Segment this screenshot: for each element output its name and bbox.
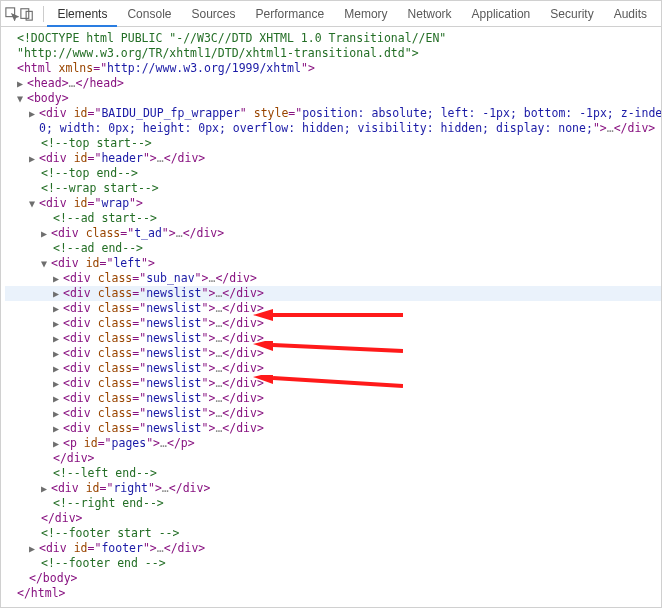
devtools-toolbar: Elements Console Sources Performance Mem…	[1, 1, 661, 27]
html-open[interactable]: <html xmlns="http://www.w3.org/1999/xhtm…	[5, 61, 661, 76]
newslist-div[interactable]: ▶<div class="newslist">…</div>	[5, 301, 661, 316]
head-node[interactable]: ▶<head>…</head>	[5, 76, 661, 91]
expand-icon[interactable]: ▶	[53, 316, 63, 331]
pages-p[interactable]: ▶<p id="pages">…</p>	[5, 436, 661, 451]
expand-icon[interactable]: ▶	[53, 271, 63, 286]
expand-icon[interactable]: ▶	[53, 286, 63, 301]
sub-nav-div[interactable]: ▶<div class="sub_nav">…</div>	[5, 271, 661, 286]
tab-memory[interactable]: Memory	[334, 1, 397, 27]
wrap-div-close[interactable]: </div>	[5, 511, 661, 526]
header-div[interactable]: ▶<div id="header">…</div>	[5, 151, 661, 166]
doctype-line[interactable]: "http://www.w3.org/TR/xhtml1/DTD/xhtml1-…	[5, 46, 661, 61]
svg-rect-1	[21, 8, 29, 18]
expand-icon[interactable]: ▶	[53, 376, 63, 391]
comment-wrap-start[interactable]: <!--wrap start-->	[5, 181, 661, 196]
expand-icon[interactable]: ▶	[53, 436, 63, 451]
expand-icon[interactable]: ▶	[41, 226, 51, 241]
comment-footer-start[interactable]: <!--footer start -->	[5, 526, 661, 541]
tab-performance[interactable]: Performance	[246, 1, 335, 27]
newslist-div[interactable]: ▶<div class="newslist">…</div>	[5, 421, 661, 436]
newslist-div[interactable]: ▶<div class="newslist">…</div>	[5, 346, 661, 361]
newslist-div[interactable]: ▶<div class="newslist">…</div>	[5, 361, 661, 376]
comment-top-end[interactable]: <!--top end-->	[5, 166, 661, 181]
body-open[interactable]: ▼<body>	[5, 91, 661, 106]
separator	[43, 6, 44, 22]
comment-ad-start[interactable]: <!--ad start-->	[5, 211, 661, 226]
collapse-icon[interactable]: ▼	[29, 196, 39, 211]
left-div-close[interactable]: </div>	[5, 451, 661, 466]
expand-icon[interactable]: ▶	[53, 346, 63, 361]
comment-left-end[interactable]: <!--left end-->	[5, 466, 661, 481]
newslist-div[interactable]: ▶<div class="newslist">…</div>	[5, 376, 661, 391]
dom-tree[interactable]: <!DOCTYPE html PUBLIC "-//W3C//DTD XHTML…	[1, 27, 661, 608]
expand-icon[interactable]: ▶	[29, 541, 39, 556]
device-toggle-icon[interactable]	[20, 1, 35, 27]
tab-application[interactable]: Application	[462, 1, 541, 27]
expand-icon[interactable]: ▶	[53, 301, 63, 316]
expand-icon[interactable]: ▶	[29, 151, 39, 166]
expand-icon[interactable]: ▶	[53, 331, 63, 346]
newslist-div[interactable]: ▶<div class="newslist">…</div>	[5, 316, 661, 331]
tab-security[interactable]: Security	[540, 1, 603, 27]
expand-icon[interactable]: ▶	[53, 421, 63, 436]
expand-icon[interactable]: ▶	[53, 391, 63, 406]
baidu-dup-div[interactable]: ▶<div id="BAIDU_DUP_fp_wrapper" style="p…	[5, 106, 661, 121]
right-div[interactable]: ▶<div id="right">…</div>	[5, 481, 661, 496]
expand-icon[interactable]: ▶	[17, 76, 27, 91]
tab-network[interactable]: Network	[398, 1, 462, 27]
tab-console[interactable]: Console	[117, 1, 181, 27]
expand-icon[interactable]: ▶	[41, 481, 51, 496]
comment-footer-end[interactable]: <!--footer end -->	[5, 556, 661, 571]
newslist-div[interactable]: ▶<div class="newslist">…</div>	[5, 406, 661, 421]
t-ad-div[interactable]: ▶<div class="t_ad">…</div>	[5, 226, 661, 241]
tab-audits[interactable]: Audits	[604, 1, 657, 27]
left-div-open[interactable]: ▼<div id="left">	[5, 256, 661, 271]
expand-icon[interactable]: ▶	[53, 406, 63, 421]
comment-ad-end[interactable]: <!--ad end-->	[5, 241, 661, 256]
inspect-element-icon[interactable]	[5, 1, 20, 27]
tab-sources[interactable]: Sources	[181, 1, 245, 27]
collapse-icon[interactable]: ▼	[17, 91, 27, 106]
footer-div[interactable]: ▶<div id="footer">…</div>	[5, 541, 661, 556]
newslist-div[interactable]: ▶<div class="newslist">…</div>	[5, 391, 661, 406]
comment-right-end[interactable]: <!--right end-->	[5, 496, 661, 511]
newslist-div[interactable]: ▶<div class="newslist">…</div>	[5, 331, 661, 346]
html-close[interactable]: </html>	[5, 586, 661, 601]
newslist-div[interactable]: ▶<div class="newslist">…</div>	[5, 286, 661, 301]
baidu-dup-div-cont[interactable]: 0; width: 0px; height: 0px; overflow: hi…	[5, 121, 661, 136]
doctype-line[interactable]: <!DOCTYPE html PUBLIC "-//W3C//DTD XHTML…	[5, 31, 661, 46]
body-close[interactable]: </body>	[5, 571, 661, 586]
wrap-div-open[interactable]: ▼<div id="wrap">	[5, 196, 661, 211]
expand-icon[interactable]: ▶	[53, 361, 63, 376]
tab-elements[interactable]: Elements	[47, 1, 117, 27]
collapse-icon[interactable]: ▼	[41, 256, 51, 271]
expand-icon[interactable]: ▶	[29, 106, 39, 121]
comment-top-start[interactable]: <!--top start-->	[5, 136, 661, 151]
